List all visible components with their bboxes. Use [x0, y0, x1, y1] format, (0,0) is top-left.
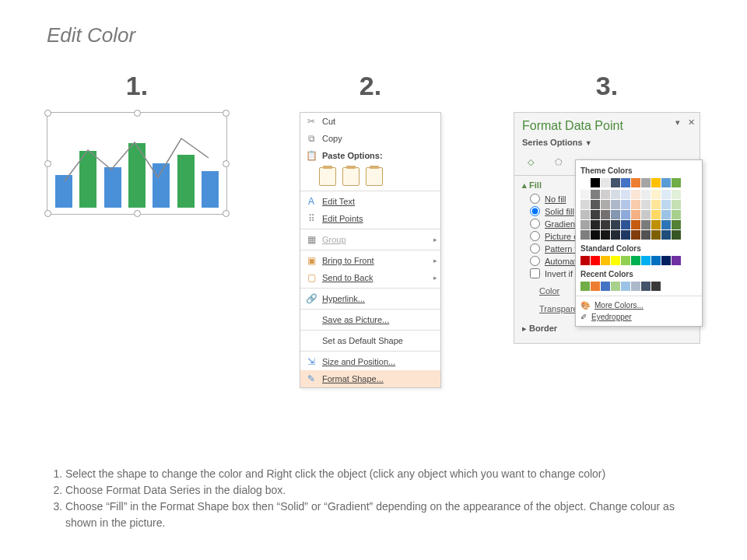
color-swatch[interactable] [601, 256, 610, 265]
color-swatch[interactable] [641, 210, 651, 219]
color-swatch[interactable] [591, 256, 600, 265]
color-swatch[interactable] [672, 178, 681, 187]
panel-menu-icon[interactable]: ▾ [675, 117, 680, 128]
color-swatch[interactable] [672, 190, 681, 199]
paste-option-3[interactable] [366, 167, 383, 186]
color-swatch[interactable] [661, 256, 671, 265]
color-swatch[interactable] [621, 230, 630, 240]
menu-size-position[interactable]: ⇲Size and Position... [300, 353, 440, 370]
menu-send-back[interactable]: ▢Send to Back▸ [300, 269, 440, 286]
menu-cut[interactable]: ✂Cut [300, 113, 440, 130]
color-swatch[interactable] [591, 210, 600, 219]
color-swatch[interactable] [601, 210, 610, 219]
color-swatch[interactable] [672, 220, 681, 229]
color-swatch[interactable] [641, 178, 651, 187]
eyedropper[interactable]: ✐Eyedropper [580, 313, 697, 321]
color-swatch[interactable] [601, 200, 610, 209]
selected-chart[interactable] [47, 112, 227, 215]
color-swatch[interactable] [621, 282, 630, 291]
series-options-dropdown[interactable]: Series Options ▼ [522, 138, 692, 147]
color-swatch[interactable] [601, 220, 610, 229]
color-swatch[interactable] [631, 178, 640, 187]
color-swatch[interactable] [672, 256, 681, 265]
color-swatch[interactable] [661, 178, 671, 187]
color-swatch[interactable] [661, 210, 671, 219]
color-swatch[interactable] [591, 178, 600, 187]
color-swatch[interactable] [631, 220, 640, 229]
color-swatch[interactable] [601, 178, 610, 187]
color-swatch[interactable] [580, 178, 590, 187]
color-swatch[interactable] [611, 230, 620, 240]
tab-fill-line[interactable]: ◇ [522, 153, 539, 170]
color-swatch[interactable] [611, 200, 620, 209]
color-swatch[interactable] [651, 230, 661, 240]
tab-effects[interactable]: ⬠ [550, 153, 567, 170]
color-swatch[interactable] [611, 220, 620, 229]
color-swatch[interactable] [661, 200, 671, 209]
menu-save-picture[interactable]: Save as Picture... [300, 311, 440, 328]
color-swatch[interactable] [611, 210, 620, 219]
color-swatch[interactable] [591, 200, 600, 209]
color-swatch[interactable] [641, 256, 651, 265]
color-swatch[interactable] [631, 282, 640, 291]
color-swatch[interactable] [661, 190, 671, 199]
menu-copy[interactable]: ⧉Copy [300, 130, 440, 147]
color-swatch[interactable] [672, 230, 681, 240]
color-swatch[interactable] [651, 256, 661, 265]
color-swatch[interactable] [641, 200, 651, 209]
paste-option-1[interactable] [319, 167, 336, 186]
color-swatch[interactable] [661, 220, 671, 229]
color-swatch[interactable] [591, 282, 600, 291]
color-swatch[interactable] [611, 190, 620, 199]
color-swatch[interactable] [651, 210, 661, 219]
color-swatch[interactable] [611, 178, 620, 187]
color-swatch[interactable] [580, 230, 590, 240]
close-icon[interactable]: ✕ [688, 117, 695, 128]
menu-edit-points[interactable]: ⠿Edit Points [300, 210, 440, 227]
color-swatch[interactable] [580, 190, 590, 199]
color-swatch[interactable] [631, 200, 640, 209]
color-swatch[interactable] [641, 282, 651, 291]
color-swatch[interactable] [601, 282, 610, 291]
color-swatch[interactable] [601, 230, 610, 240]
menu-edit-text[interactable]: AEdit Text [300, 193, 440, 210]
menu-group[interactable]: ▦Group▸ [300, 231, 440, 248]
color-swatch[interactable] [651, 190, 661, 199]
color-swatch[interactable] [672, 210, 681, 219]
color-swatch[interactable] [661, 230, 671, 240]
color-swatch[interactable] [601, 190, 610, 199]
color-swatch[interactable] [651, 220, 661, 229]
color-swatch[interactable] [631, 210, 640, 219]
color-swatch[interactable] [621, 200, 630, 209]
color-swatch[interactable] [621, 220, 630, 229]
color-swatch[interactable] [591, 220, 600, 229]
color-swatch[interactable] [631, 190, 640, 199]
color-swatch[interactable] [611, 256, 620, 265]
color-swatch[interactable] [621, 190, 630, 199]
color-swatch[interactable] [651, 282, 661, 291]
color-swatch[interactable] [621, 210, 630, 219]
color-swatch[interactable] [580, 282, 590, 291]
paste-option-2[interactable] [342, 167, 359, 186]
color-swatch[interactable] [580, 256, 590, 265]
color-swatch[interactable] [641, 220, 651, 229]
color-swatch[interactable] [611, 282, 620, 291]
menu-default-shape[interactable]: Set as Default Shape [300, 332, 440, 349]
color-swatch[interactable] [591, 230, 600, 240]
color-swatch[interactable] [641, 230, 651, 240]
color-swatch[interactable] [651, 178, 661, 187]
color-swatch[interactable] [580, 220, 590, 229]
color-swatch[interactable] [580, 200, 590, 209]
color-swatch[interactable] [631, 256, 640, 265]
color-swatch[interactable] [641, 190, 651, 199]
color-swatch[interactable] [580, 210, 590, 219]
menu-format-shape[interactable]: ✎Format Shape... [300, 370, 440, 387]
color-swatch[interactable] [591, 190, 600, 199]
color-swatch[interactable] [631, 230, 640, 240]
color-swatch[interactable] [672, 200, 681, 209]
menu-hyperlink[interactable]: 🔗Hyperlink... [300, 290, 440, 307]
color-swatch[interactable] [621, 256, 630, 265]
color-swatch[interactable] [621, 178, 630, 187]
color-swatch[interactable] [651, 200, 661, 209]
more-colors[interactable]: 🎨More Colors... [580, 301, 697, 310]
